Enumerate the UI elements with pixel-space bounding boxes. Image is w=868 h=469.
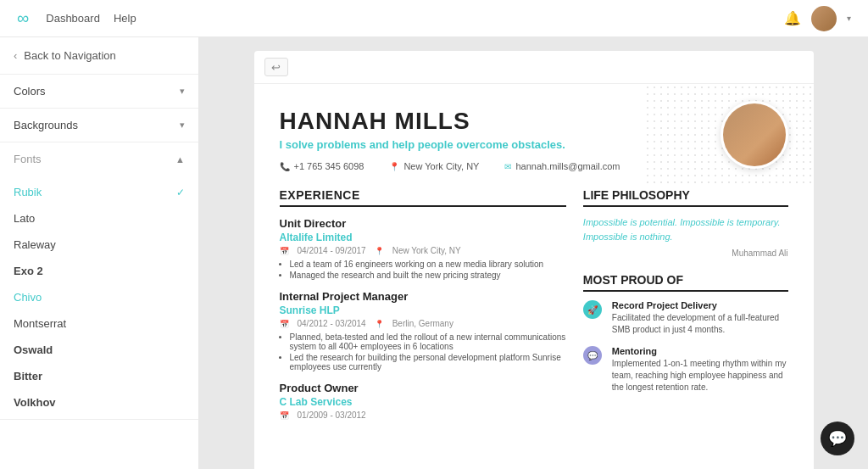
resume-contacts: 📞 +1 765 345 6098 📍 New York City, NY ✉ … bbox=[280, 161, 788, 171]
job-1-dates: 04/2014 - 09/2017 bbox=[298, 246, 366, 255]
chevron-down-icon[interactable]: ▾ bbox=[847, 14, 851, 23]
fonts-list: Rubik ✓ Lato Raleway Exo 2 Chivo Montser… bbox=[0, 176, 198, 419]
location-value: New York City, NY bbox=[403, 161, 479, 171]
proud-2-text: Implemented 1-on-1 meeting rhythm within… bbox=[612, 358, 788, 394]
experience-title: EXPERIENCE bbox=[280, 188, 566, 207]
job-1: Unit Director Altalife Limited 📅 04/2014… bbox=[280, 217, 566, 280]
job-3-dates: 01/2009 - 03/2012 bbox=[298, 410, 366, 420]
job-1-bullet-2: Managed the research and built the new p… bbox=[290, 271, 566, 280]
nav-link-help[interactable]: Help bbox=[114, 12, 136, 25]
chat-glyph: 💬 bbox=[587, 351, 598, 360]
proud-item-1: 🚀 Record Project Delivery Facilitated th… bbox=[583, 300, 788, 336]
proud-icon-2: 💬 bbox=[583, 346, 604, 366]
back-label: Back to Navigation bbox=[24, 49, 115, 62]
nav-link-dashboard[interactable]: Dashboard bbox=[46, 12, 100, 25]
avatar-image bbox=[811, 6, 837, 31]
job-1-meta: 📅 04/2014 - 09/2017 📍 New York City, NY bbox=[280, 246, 566, 255]
fonts-header[interactable]: Fonts ▲ bbox=[0, 142, 198, 176]
resume-body: EXPERIENCE Unit Director Altalife Limite… bbox=[254, 188, 814, 441]
resume-tagline: I solve problems and help people overcom… bbox=[280, 138, 788, 151]
font-montserrat-label: Montserrat bbox=[14, 317, 66, 330]
font-bitter[interactable]: Bitter bbox=[0, 363, 198, 389]
proud-2-title: Mentoring bbox=[612, 346, 788, 356]
content-area: ↩ HANNAH MILLS I solve problems and help… bbox=[199, 37, 868, 469]
fonts-section: Fonts ▲ Rubik ✓ Lato Raleway Exo 2 Ch bbox=[0, 142, 198, 420]
logo-icon[interactable]: ∞ bbox=[17, 8, 29, 28]
calendar-icon-3: 📅 bbox=[280, 411, 289, 420]
bell-icon[interactable]: 🔔 bbox=[784, 10, 801, 26]
job-2-title: Internal Project Manager bbox=[280, 290, 566, 303]
job-1-bullet-1: Led a team of 16 engineers working on a … bbox=[290, 260, 566, 269]
top-nav-right: 🔔 ▾ bbox=[784, 6, 851, 31]
phone-icon: 📞 bbox=[280, 162, 290, 171]
colors-arrow-icon: ▾ bbox=[180, 86, 185, 97]
font-exo2[interactable]: Exo 2 bbox=[0, 258, 198, 284]
colors-section[interactable]: Colors ▾ bbox=[0, 75, 198, 109]
check-icon: ✓ bbox=[176, 187, 185, 198]
font-bitter-label: Bitter bbox=[14, 370, 42, 382]
email-value: hannah.mills@gmail.com bbox=[515, 161, 620, 171]
font-exo2-label: Exo 2 bbox=[14, 265, 43, 277]
job-2-bullet-1: Planned, beta-tested and led the rollout… bbox=[290, 332, 566, 351]
contact-email: ✉ hannah.mills@gmail.com bbox=[504, 161, 620, 171]
job-2-bullet-2: Led the research for building the person… bbox=[290, 353, 566, 371]
font-volkhov[interactable]: Volkhov bbox=[0, 389, 198, 416]
contact-location: 📍 New York City, NY bbox=[389, 161, 479, 171]
font-oswald[interactable]: Oswald bbox=[0, 337, 198, 363]
resume-left-column: EXPERIENCE Unit Director Altalife Limite… bbox=[280, 188, 566, 424]
font-lato[interactable]: Lato bbox=[0, 205, 198, 232]
job-3-meta: 📅 01/2009 - 03/2012 bbox=[280, 410, 566, 420]
resume-header: HANNAH MILLS I solve problems and help p… bbox=[254, 84, 814, 188]
main-layout: ‹ Back to Navigation Colors ▾ Background… bbox=[0, 37, 868, 469]
font-montserrat[interactable]: Montserrat bbox=[0, 310, 198, 337]
job-1-location: New York City, NY bbox=[392, 246, 461, 255]
job-2: Internal Project Manager Sunrise HLP 📅 0… bbox=[280, 290, 566, 371]
avatar[interactable] bbox=[811, 6, 837, 31]
backgrounds-section[interactable]: Backgrounds ▾ bbox=[0, 109, 198, 142]
font-rubik[interactable]: Rubik ✓ bbox=[0, 179, 198, 205]
job-3: Product Owner C Lab Services 📅 01/2009 -… bbox=[280, 382, 566, 420]
resume-name: HANNAH MILLS bbox=[280, 108, 788, 135]
philosophy-author: Muhammad Ali bbox=[583, 248, 788, 258]
toolbar-back-button[interactable]: ↩ bbox=[264, 58, 288, 76]
calendar-icon-2: 📅 bbox=[280, 320, 289, 328]
job-3-title: Product Owner bbox=[280, 382, 566, 394]
job-2-bullets: Planned, beta-tested and led the rollout… bbox=[280, 332, 566, 371]
contact-phone: 📞 +1 765 345 6098 bbox=[280, 161, 364, 171]
chat-bubble-button[interactable]: 💬 bbox=[821, 422, 854, 455]
font-oswald-label: Oswald bbox=[14, 343, 53, 356]
resume-right-column: LIFE PHILOSOPHY Impossible is potential.… bbox=[583, 188, 788, 424]
pin-icon-2: 📍 bbox=[375, 320, 384, 328]
backgrounds-label: Backgrounds bbox=[14, 119, 78, 131]
job-1-bullets: Led a team of 16 engineers working on a … bbox=[280, 260, 566, 280]
job-1-title: Unit Director bbox=[280, 217, 566, 230]
proud-1-content: Record Project Delivery Facilitated the … bbox=[612, 300, 788, 336]
job-2-company: Sunrise HLP bbox=[280, 304, 566, 316]
job-2-meta: 📅 04/2012 - 03/2014 📍 Berlin, Germany bbox=[280, 319, 566, 328]
email-icon: ✉ bbox=[504, 162, 511, 171]
document-toolbar: ↩ bbox=[254, 51, 814, 84]
proud-1-text: Facilitated the development of a full-fe… bbox=[612, 312, 788, 336]
job-2-location: Berlin, Germany bbox=[392, 319, 453, 328]
font-raleway-label: Raleway bbox=[14, 238, 56, 251]
back-arrow-icon: ‹ bbox=[14, 49, 17, 62]
font-chivo-label: Chivo bbox=[14, 291, 42, 304]
fonts-arrow-icon: ▲ bbox=[175, 154, 185, 165]
pin-icon-1: 📍 bbox=[375, 247, 384, 255]
font-rubik-label: Rubik bbox=[14, 186, 42, 198]
proud-1-title: Record Project Delivery bbox=[612, 300, 788, 310]
calendar-icon-1: 📅 bbox=[280, 247, 289, 255]
resume-photo-image bbox=[723, 103, 786, 166]
phone-value: +1 765 345 6098 bbox=[294, 161, 364, 171]
proud-2-content: Mentoring Implemented 1-on-1 meeting rhy… bbox=[612, 346, 788, 394]
top-navigation: ∞ Dashboard Help 🔔 ▾ bbox=[0, 0, 868, 37]
most-proud-section: MOST PROUD OF 🚀 Record Project Delivery … bbox=[583, 273, 788, 394]
font-raleway[interactable]: Raleway bbox=[0, 232, 198, 258]
fonts-label: Fonts bbox=[14, 153, 42, 165]
chat-icon: 💬 bbox=[583, 346, 602, 365]
rocket-glyph: 🚀 bbox=[587, 305, 598, 315]
font-chivo[interactable]: Chivo bbox=[0, 284, 198, 310]
back-to-navigation-button[interactable]: ‹ Back to Navigation bbox=[0, 37, 198, 75]
backgrounds-arrow-icon: ▾ bbox=[180, 120, 185, 131]
rocket-icon: 🚀 bbox=[583, 300, 602, 319]
